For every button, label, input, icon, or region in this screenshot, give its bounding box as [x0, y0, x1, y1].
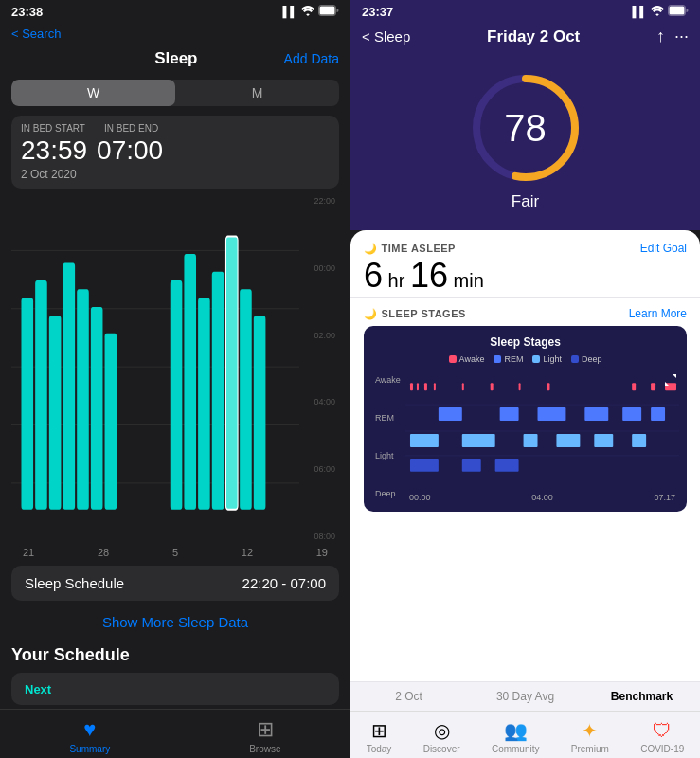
svg-rect-50 — [410, 459, 439, 472]
edit-goal-button[interactable]: Edit Goal — [640, 242, 687, 255]
status-icons-left: ▌▌ — [282, 5, 339, 18]
covid-icon: 🛡 — [653, 720, 672, 742]
expand-icon[interactable] — [664, 373, 677, 390]
svg-rect-27 — [410, 383, 413, 390]
svg-rect-15 — [184, 254, 196, 510]
svg-rect-40 — [538, 407, 566, 421]
score-ring: 78 — [469, 71, 583, 185]
y-label-1: 22:00 — [314, 196, 335, 206]
hours-value: 6 — [364, 256, 383, 295]
time-asleep-value: 6 hr 16 min — [364, 259, 687, 293]
community-icon: 👥 — [504, 719, 528, 742]
x-label-5: 19 — [316, 547, 328, 558]
y-rem: REM — [375, 413, 402, 423]
status-icons-right: ▌▌ — [632, 5, 689, 18]
light-label: Light — [543, 354, 562, 364]
svg-rect-33 — [519, 383, 521, 390]
rem-label: REM — [504, 354, 523, 364]
tab-community[interactable]: 👥 Community — [492, 719, 540, 754]
nav-title-left: Sleep — [154, 49, 197, 68]
tab-today[interactable]: ⊞ Today — [367, 719, 392, 754]
more-button[interactable]: ··· — [674, 27, 689, 46]
schedule-time: 22:20 - 07:00 — [242, 575, 326, 591]
next-label: Next — [25, 682, 51, 696]
score-section: 78 Fair — [350, 56, 700, 230]
svg-rect-38 — [439, 407, 462, 421]
awake-label: Awake — [459, 354, 485, 364]
tab-benchmark[interactable]: Benchmark — [583, 682, 700, 711]
tab-summary[interactable]: ♥ Summary — [69, 717, 110, 754]
learn-more-button[interactable]: Learn More — [629, 307, 687, 320]
y-awake: Awake — [375, 375, 402, 385]
browse-tab-label: Browse — [249, 744, 280, 754]
battery-icon-right — [668, 5, 689, 18]
sleep-chart: 22:00 00:00 02:00 04:00 06:00 08:00 — [11, 192, 339, 545]
svg-rect-51 — [462, 459, 481, 472]
in-bed-end-label: IN BED END — [104, 123, 158, 134]
svg-rect-28 — [417, 383, 419, 390]
svg-rect-9 — [49, 316, 62, 510]
svg-rect-11 — [77, 289, 89, 510]
nav-bar-right: < Sleep Friday 2 Oct ↑ ··· — [350, 23, 700, 56]
score-value: 78 — [504, 107, 547, 150]
legend-deep: Deep — [571, 354, 602, 364]
nav-back-right[interactable]: < Sleep — [362, 28, 410, 45]
tab-covid[interactable]: 🛡 COVID-19 — [640, 720, 684, 754]
svg-rect-7 — [21, 298, 33, 510]
x-label-07: 07:17 — [654, 493, 675, 502]
svg-rect-52 — [495, 459, 519, 472]
share-button[interactable]: ↑ — [656, 27, 665, 46]
chart-legend: Awake REM Light Deep — [371, 354, 679, 364]
tab-browse[interactable]: ⊞ Browse — [249, 717, 280, 754]
score-label: Fair — [512, 192, 539, 211]
time-asleep-title: 🌙 TIME ASLEEP — [364, 243, 456, 255]
period-tabs: W M — [11, 80, 339, 106]
x-label-1: 21 — [23, 547, 34, 558]
search-back[interactable]: < Search — [11, 27, 61, 41]
sleep-stages-section: 🌙 SLEEP STAGES Learn More Sleep Stages A… — [350, 298, 700, 517]
show-more-button[interactable]: Show More Sleep Data — [0, 606, 350, 638]
sleep-stages-header: 🌙 SLEEP STAGES Learn More — [364, 307, 687, 320]
x-axis-labels: 21 28 5 12 19 — [11, 545, 339, 560]
search-bar-left: < Search — [0, 23, 350, 45]
tab-monthly[interactable]: M — [175, 80, 339, 106]
svg-rect-16 — [198, 298, 210, 510]
sleep-stages-chart: Sleep Stages Awake REM Light — [364, 326, 687, 512]
x-label-3: 5 — [172, 547, 178, 558]
browse-icon: ⊞ — [257, 717, 274, 742]
tab-30day[interactable]: 30 Day Avg — [467, 682, 583, 711]
svg-rect-34 — [547, 383, 549, 390]
in-bed-start-label: IN BED START — [21, 123, 85, 134]
add-data-button[interactable]: Add Data — [284, 51, 339, 66]
bottom-tab-bar-left: ♥ Summary ⊞ Browse — [0, 709, 350, 758]
tab-2oct[interactable]: 2 Oct — [350, 682, 467, 711]
legend-rem: REM — [494, 354, 523, 364]
benchmark-tabs: 2 Oct 30 Day Avg Benchmark — [350, 681, 700, 711]
tab-weekly[interactable]: W — [11, 80, 175, 106]
wifi-icon-left — [301, 6, 314, 18]
x-axis-stages: 00:00 04:00 07:17 — [405, 493, 679, 502]
status-time-left: 23:38 — [11, 5, 43, 19]
svg-rect-47 — [556, 434, 580, 447]
svg-rect-36 — [651, 383, 655, 390]
svg-rect-46 — [524, 434, 538, 447]
rem-dot — [494, 355, 501, 363]
chart-title: Sleep Stages — [371, 335, 679, 349]
bed-end-time: 07:00 — [97, 135, 163, 166]
hr-label: hr — [383, 270, 410, 291]
y-label-4: 04:00 — [314, 397, 335, 406]
y-label-5: 06:00 — [314, 464, 335, 474]
light-dot — [532, 355, 540, 363]
tab-discover[interactable]: ◎ Discover — [423, 719, 460, 754]
svg-rect-44 — [410, 434, 439, 447]
summary-tab-label: Summary — [69, 744, 110, 754]
tab-premium[interactable]: ✦ Premium — [571, 719, 609, 754]
minutes-value: 16 — [410, 256, 448, 295]
premium-label: Premium — [571, 744, 609, 754]
svg-rect-8 — [35, 280, 47, 510]
signal-icon-right: ▌▌ — [632, 6, 647, 17]
svg-rect-39 — [500, 407, 519, 421]
x-label-4: 12 — [242, 547, 253, 558]
schedule-label: Sleep Schedule — [25, 575, 124, 591]
svg-rect-12 — [91, 307, 103, 510]
